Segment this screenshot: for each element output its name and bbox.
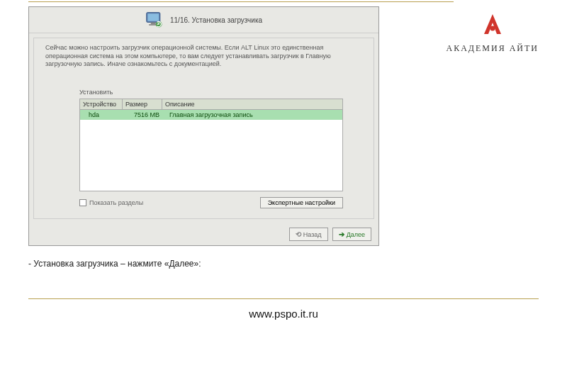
table-empty-area [80,120,342,191]
arrow-right-icon: ➔ [339,230,344,238]
expert-settings-button[interactable]: Экспертные настройки [260,197,343,208]
show-partitions-label: Показать разделы [89,199,143,206]
cell-desc: Главная загрузочная запись [162,110,342,120]
academy-logo: АКАДЕМИЯ АЙТИ [446,13,539,54]
svg-rect-2 [147,13,159,21]
col-description[interactable]: Описание [162,99,342,109]
bottom-rule [28,298,539,299]
content-panel: Сейчас можно настроить загрузчик операци… [33,38,374,219]
svg-rect-3 [151,23,156,25]
top-rule [28,1,454,2]
checkbox-icon [79,199,86,206]
next-button[interactable]: ➔ Далее [332,228,371,241]
step-title: 11/16. Установка загрузчика [170,16,262,24]
back-button[interactable]: ⟲ Назад [289,228,328,241]
title-bar: 11/16. Установка загрузчика [29,7,378,33]
svg-point-0 [490,26,495,31]
intro-text: Сейчас можно настроить загрузчик операци… [45,44,362,69]
installer-window: 11/16. Установка загрузчика Сейчас можно… [28,6,379,246]
back-label: Назад [303,231,322,238]
show-partitions-checkbox[interactable]: Показать разделы [79,199,143,206]
device-table: Устройство Размер Описание hda 7516 MB Г… [79,99,343,191]
nav-buttons: ⟲ Назад ➔ Далее [29,223,378,245]
arrow-left-icon: ⟲ [296,230,301,238]
col-size[interactable]: Размер [123,99,162,109]
footer-url: www.pspo.it.ru [28,308,539,320]
table-header: Устройство Размер Описание [80,99,342,110]
academy-label: АКАДЕМИЯ АЙТИ [446,43,539,54]
slide-caption: - Установка загрузчика – нажмите «Далее»… [28,259,539,269]
table-row[interactable]: hda 7516 MB Главная загрузочная запись [80,110,342,120]
monitor-icon [145,10,164,30]
next-label: Далее [347,231,365,238]
cell-size: 7516 MB [123,110,162,120]
cell-device: hda [80,110,123,120]
section-label: Установить [79,89,362,96]
logo-icon [446,13,539,39]
col-device[interactable]: Устройство [80,99,123,109]
